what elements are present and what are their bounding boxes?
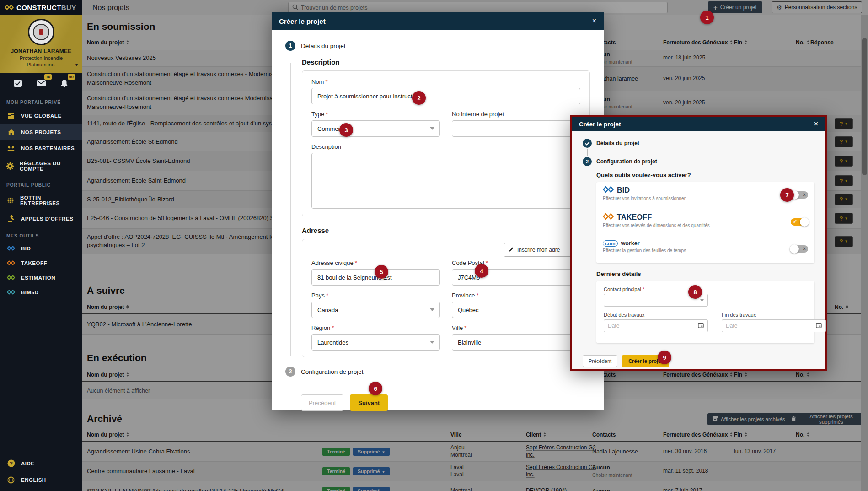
- notification-icon-row: 10 50: [0, 73, 82, 93]
- close-icon[interactable]: ×: [592, 17, 596, 25]
- close-icon[interactable]: ×: [814, 120, 818, 128]
- fin-date-input[interactable]: Date: [722, 319, 826, 332]
- calendar-icon[interactable]: [698, 322, 704, 329]
- adresse-card: Inscrire mon adre Adresse civique* 81 bo…: [302, 239, 590, 357]
- gavel-icon: [6, 215, 16, 222]
- adresse-heading: Adresse: [302, 227, 590, 234]
- precedent-button[interactable]: Précédent: [583, 355, 617, 367]
- modal2-footer: Précédent Créer le projet: [583, 350, 814, 367]
- takeoff-logo-icon: [603, 213, 614, 221]
- modal1-title: Créer le projet: [279, 17, 326, 25]
- annotation-badge-8: 8: [688, 285, 702, 299]
- language-globe-icon: [6, 476, 16, 484]
- region-label: Région*: [311, 324, 440, 331]
- type-select[interactable]: Commercial: [311, 120, 440, 137]
- sidebar-item-appels-offres[interactable]: APPELS D'OFFRES: [0, 210, 82, 227]
- people-icon: [6, 145, 16, 151]
- annotation-badge-2: 2: [412, 91, 426, 105]
- step2-configuration: 2 Configuration de projet: [583, 157, 814, 166]
- comworker-toggle[interactable]: ×: [791, 245, 808, 253]
- chevron-down-icon: [424, 336, 439, 348]
- help-icon: ?: [6, 459, 16, 467]
- type-label: Type*: [311, 111, 440, 118]
- bid-logo-icon: [6, 246, 16, 251]
- profile-name: JONATHAN LARAMEE: [4, 48, 79, 54]
- contact-label: Contact principal*: [604, 286, 807, 292]
- stepper-connector: [587, 149, 588, 156]
- calendar-icon[interactable]: [816, 322, 822, 329]
- description-heading: Description: [302, 58, 590, 66]
- sidebar-item-aide[interactable]: ? AIDE: [0, 455, 82, 472]
- fin-label: Fin des travaux: [722, 312, 826, 318]
- no-interne-input[interactable]: [452, 120, 580, 137]
- debut-label: Début des travaux: [604, 312, 708, 318]
- nom-input[interactable]: Projet à soumissionner pour instructions: [311, 88, 580, 104]
- sidebar-item-bottin[interactable]: BOTTIN ENTREPRISES: [0, 190, 82, 210]
- profile-caret-icon[interactable]: ▾: [75, 62, 78, 67]
- annotation-badge-5: 5: [375, 265, 388, 279]
- messages-count-badge: 10: [44, 74, 52, 80]
- tasks-check-icon[interactable]: [12, 78, 24, 88]
- pencil-icon: [509, 247, 514, 254]
- notifications-count-badge: 50: [68, 74, 75, 80]
- suivant-button[interactable]: Suivant: [350, 394, 388, 411]
- sidebar-item-bim5d[interactable]: BIM5D: [0, 285, 82, 300]
- sidebar: CONSTRUCTBUY JONATHAN LARAMEE Protection…: [0, 0, 82, 491]
- check-icon: ✓: [793, 219, 797, 225]
- x-icon: ×: [803, 246, 806, 251]
- annotation-badge-1: 1: [700, 11, 714, 24]
- comworker-logo-icon: com: [603, 240, 618, 247]
- cp-label: Code Postal*: [452, 259, 580, 266]
- tools-heading: Quels outils voulez-vous activer?: [596, 172, 814, 178]
- ville-label: Ville*: [452, 324, 580, 331]
- takeoff-toggle[interactable]: ✓: [791, 218, 808, 226]
- description-textarea[interactable]: [311, 153, 580, 209]
- messages-envelope-icon[interactable]: 10: [35, 78, 47, 88]
- brand: CONSTRUCTBUY: [0, 0, 82, 15]
- debut-date-input[interactable]: Date: [604, 319, 708, 332]
- pays-select[interactable]: Canada: [311, 302, 440, 318]
- sidebar-section-tools: MES OUTILS: [0, 227, 82, 241]
- province-label: Province*: [452, 292, 580, 299]
- step1-details-done: Détails du projet: [583, 139, 814, 148]
- region-select[interactable]: Laurentides: [311, 334, 440, 351]
- brand-name: CONSTRUCTBUY: [16, 4, 76, 11]
- sidebar-item-language[interactable]: ENGLISH: [0, 472, 82, 488]
- sidebar-section-public: PORTAIL PUBLIC: [0, 176, 82, 190]
- sidebar-item-estimation[interactable]: ESTIMATION: [0, 270, 82, 285]
- modal2-title: Créer le projet: [579, 121, 621, 128]
- sidebar-item-nos-projets[interactable]: NOS PROJETS: [0, 124, 82, 140]
- profile-card[interactable]: JONATHAN LARAMEE Protection Incendie Pla…: [0, 15, 82, 73]
- sidebar-item-reglages[interactable]: RÉGLAGES DU COMPTE: [0, 156, 82, 176]
- modal2-header: Créer le projet ×: [572, 117, 825, 131]
- sidebar-footer: ? AIDE ENGLISH: [0, 450, 82, 488]
- chevron-down-icon: [424, 123, 439, 135]
- annotation-badge-3: 3: [339, 123, 353, 137]
- step2-circle: 2: [285, 367, 295, 377]
- ville-select[interactable]: Blainville: [452, 334, 580, 351]
- bim5d-logo-icon: [6, 290, 16, 295]
- app-root: CONSTRUCTBUY JONATHAN LARAMEE Protection…: [0, 0, 868, 491]
- house-icon: [6, 129, 16, 136]
- constructbuy-logo-icon: [5, 4, 14, 12]
- bid-logo-icon: [603, 186, 614, 194]
- cp-input[interactable]: J7C4M9: [452, 269, 580, 286]
- description-card: Nom* Projet à soumissionner pour instruc…: [302, 70, 590, 216]
- estimation-logo-icon: [6, 275, 16, 280]
- sidebar-item-nos-partenaires[interactable]: NOS PARTENAIRES: [0, 140, 82, 156]
- annotation-badge-9: 9: [658, 351, 671, 364]
- chevron-down-icon: [424, 304, 439, 316]
- annotation-badge-4: 4: [475, 264, 488, 278]
- description-label: Description: [311, 143, 580, 150]
- civique-label: Adresse civique*: [311, 259, 440, 266]
- sidebar-item-bid[interactable]: BID: [0, 241, 82, 256]
- pays-label: Pays*: [311, 292, 440, 299]
- province-select[interactable]: Québec: [452, 302, 580, 318]
- sidebar-item-takeoff[interactable]: TAKEOFF: [0, 256, 82, 270]
- step2-configuration: 2 Configuration de projet: [285, 367, 590, 377]
- notifications-bell-icon[interactable]: 50: [59, 78, 70, 88]
- globe-icon: [6, 197, 15, 204]
- sidebar-item-vue-globale[interactable]: VUE GLOBALE: [0, 108, 82, 124]
- stepper-line: [290, 63, 291, 356]
- precedent-button[interactable]: Précédent: [301, 394, 343, 411]
